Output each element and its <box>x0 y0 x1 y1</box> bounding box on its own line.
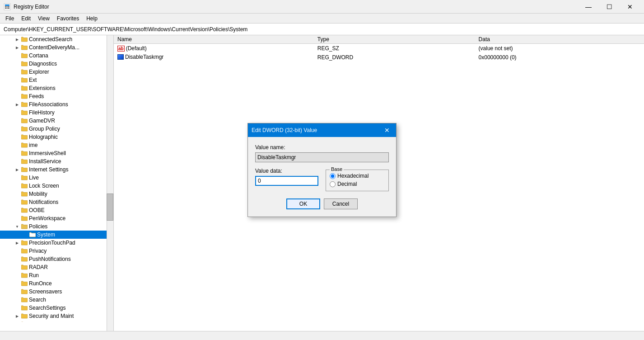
value-data-col: Value data: <box>255 168 318 191</box>
decimal-label: Decimal <box>337 181 357 187</box>
radio-hexadecimal[interactable]: Hexadecimal <box>330 173 385 179</box>
radio-decimal[interactable]: Decimal <box>330 181 385 187</box>
dialog-body: Value name: Value data: Base Hexadecimal <box>248 137 396 217</box>
dialog-buttons: OK Cancel <box>255 198 389 209</box>
value-name-label: Value name: <box>255 144 389 151</box>
value-data-input[interactable] <box>255 176 318 186</box>
dialog-title: Edit DWORD (32-bit) Value <box>252 127 317 133</box>
dialog-close-button[interactable]: ✕ <box>382 125 392 136</box>
decimal-radio[interactable] <box>330 181 336 187</box>
dialog-titlebar: Edit DWORD (32-bit) Value ✕ <box>248 123 396 137</box>
base-col: Base Hexadecimal Decimal <box>326 168 389 191</box>
value-name-input <box>255 152 389 162</box>
hexadecimal-radio[interactable] <box>330 173 336 179</box>
dialog-overlay: Edit DWORD (32-bit) Value ✕ Value name: … <box>0 0 644 340</box>
base-fieldset: Base Hexadecimal Decimal <box>326 170 389 191</box>
ok-button[interactable]: OK <box>286 198 320 209</box>
value-data-label: Value data: <box>255 168 318 174</box>
base-legend: Base <box>330 166 344 172</box>
edit-dword-dialog: Edit DWORD (32-bit) Value ✕ Value name: … <box>247 123 397 217</box>
cancel-button[interactable]: Cancel <box>324 198 358 209</box>
hexadecimal-label: Hexadecimal <box>337 173 369 179</box>
dialog-middle-row: Value data: Base Hexadecimal Decimal <box>255 168 389 191</box>
